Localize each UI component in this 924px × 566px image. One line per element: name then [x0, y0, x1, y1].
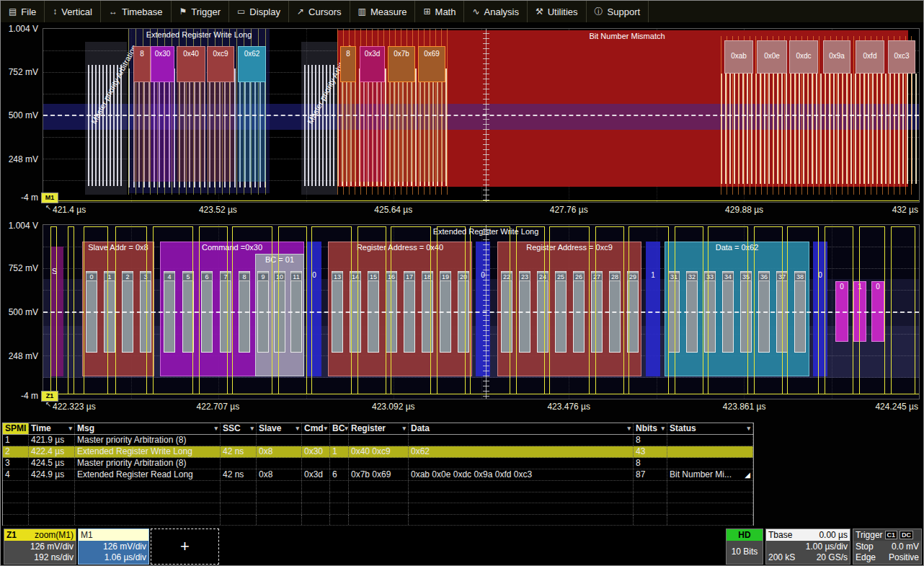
- time-axis-label: 432 µs: [869, 205, 918, 215]
- column-header-bc[interactable]: BC▾: [330, 423, 349, 434]
- main-waveform-grid[interactable]: Master priority ArbitrationMaster priori…: [43, 28, 920, 203]
- menu-item-label: Vertical: [61, 6, 92, 17]
- file-icon: ▤: [9, 6, 17, 17]
- m1-descriptor-box[interactable]: M1 126 mV/div 1.06 µs/div: [78, 529, 149, 565]
- cell-empty: [75, 481, 221, 492]
- time-axis-label: 424.245 µs: [869, 402, 918, 412]
- oscilloscope-ui: ▤File↕Vertical↔Timebase⚑Trigger▭Display↗…: [0, 0, 924, 566]
- cell-cmd: 0x30: [302, 446, 330, 457]
- column-header-register[interactable]: Register▾: [349, 423, 409, 434]
- column-header-data[interactable]: Data▾: [409, 423, 634, 434]
- menu-item-support[interactable]: ⓘSupport: [587, 1, 649, 22]
- z1-trace-baseline: [43, 394, 919, 394]
- trigger-box[interactable]: Trigger C1 DC Stop 0.0 mV Edge Positive: [853, 529, 922, 565]
- column-header-ssc[interactable]: SSC▾: [221, 423, 257, 434]
- table-row[interactable]: 2422.4 µsExtended Register Write Long42 …: [3, 446, 753, 458]
- menu-item-cursors[interactable]: ↗Cursors: [289, 1, 350, 22]
- cell-empty: [330, 515, 349, 526]
- z1-clock-pulse: [357, 226, 386, 394]
- time-axis-label: 423.52 µs: [182, 205, 254, 215]
- z1-clock-pulse: [84, 226, 108, 394]
- response-field-value: 0xfd: [856, 40, 884, 74]
- menu-bar: ▤File↕Vertical↔Timebase⚑Trigger▭Display↗…: [1, 1, 923, 23]
- sort-icon[interactable]: ▾: [324, 423, 327, 434]
- cell-msg: Extended Register Write Long: [75, 446, 221, 457]
- sort-icon[interactable]: ▾: [214, 423, 218, 434]
- decode-field-value: 8: [340, 46, 356, 82]
- frame1-title: Extended Register Write Long: [128, 30, 270, 40]
- sort-icon[interactable]: ▾: [296, 423, 299, 434]
- sort-icon[interactable]: ▾: [345, 423, 348, 434]
- cell-empty: [634, 481, 667, 492]
- sort-icon[interactable]: ▾: [661, 423, 665, 434]
- sort-icon[interactable]: ▾: [747, 423, 750, 434]
- zoom-waveform-grid[interactable]: SSlave Addr = 0x80123Command =0x3045678B…: [43, 224, 920, 399]
- trigger-level: 0.0 mV: [892, 541, 919, 552]
- table-row[interactable]: 4424.9 µsExtended Register Read Long42 n…: [3, 469, 753, 481]
- hd-mode-box[interactable]: HD 10 Bits: [726, 529, 763, 565]
- cell-nbits: 8: [634, 458, 667, 469]
- z1-clock-pulse: [115, 226, 147, 394]
- add-trace-button[interactable]: +: [151, 529, 219, 565]
- cell-empty: [221, 481, 257, 492]
- z1-clock-pulse: [787, 226, 819, 394]
- sort-icon[interactable]: ▾: [627, 423, 631, 434]
- m1-trace-baseline: [43, 200, 919, 201]
- column-header-slave[interactable]: Slave▾: [257, 423, 302, 434]
- cell-ssc: [221, 435, 257, 446]
- trigger-label: Trigger: [856, 529, 883, 541]
- tbase-label: Tbase: [768, 529, 792, 541]
- column-header-status[interactable]: Status▾: [667, 423, 753, 434]
- z1-clock-pulse: [391, 226, 431, 394]
- column-header-label: Msg: [77, 423, 94, 434]
- z1-clock-pulse: [516, 226, 545, 394]
- z1-vertical-scale: 126 mV/div: [6, 541, 74, 552]
- menu-item-utilities[interactable]: ⚒Utilities: [528, 1, 587, 22]
- table-corner-spmi[interactable]: SPMI: [3, 423, 29, 434]
- sort-icon[interactable]: ▾: [402, 423, 406, 434]
- plus-icon: +: [180, 537, 190, 556]
- cell-empty: [667, 503, 753, 514]
- cell-empty: [302, 515, 330, 526]
- response-field-value: 0xc3: [888, 40, 915, 74]
- details-triangle-icon[interactable]: ◢: [745, 469, 750, 480]
- z1-descriptor-box[interactable]: Z1 zoom(M1) 126 mV/div 192 ns/div: [4, 529, 76, 565]
- cell-status: [667, 435, 753, 446]
- menu-item-file[interactable]: ▤File: [1, 1, 45, 22]
- column-header-nbits[interactable]: Nbits▾: [634, 423, 667, 434]
- decode-field-column: [207, 82, 234, 182]
- menu-item-label: Timebase: [122, 6, 163, 17]
- time-axis-label: 425.64 µs: [357, 205, 430, 215]
- decode-field-column: [133, 82, 151, 182]
- table-row[interactable]: 1421.9 µsMaster priority Arbitration (8)…: [3, 435, 753, 446]
- menu-item-analysis[interactable]: ∿Analysis: [464, 1, 527, 22]
- y-axis-label: 1.004 V: [2, 221, 38, 231]
- column-header-cmd[interactable]: Cmd▾: [302, 423, 330, 434]
- cell-empty: [667, 515, 753, 526]
- trigger-position-line: [486, 225, 487, 399]
- sort-icon[interactable]: ▾: [68, 423, 72, 434]
- menu-item-measure[interactable]: ▥Measure: [350, 1, 416, 22]
- response-field-value: 0xdc: [789, 40, 818, 74]
- timebase-box[interactable]: Tbase 0.00 µs 1.00 µs/div 200 kS 20 GS/s: [765, 529, 850, 565]
- status-wrap: Bit Number Mi...◢: [670, 469, 750, 480]
- z1-clock-pulse: [549, 226, 590, 394]
- column-header-time[interactable]: Time▾: [29, 423, 75, 434]
- column-header-msg[interactable]: Msg▾: [75, 423, 221, 434]
- cell-time: 424.9 µs: [29, 469, 75, 480]
- row-index-empty: [3, 515, 29, 526]
- row-index: 4: [3, 469, 29, 480]
- sort-icon[interactable]: ▾: [250, 423, 254, 434]
- menu-item-display[interactable]: ▭Display: [229, 1, 289, 22]
- trigger-source-badge: C1: [885, 531, 898, 539]
- table-row[interactable]: 3424.5 µsMaster priority Arbitration (8)…: [3, 458, 753, 469]
- cell-slave: [257, 435, 302, 446]
- menu-item-trigger[interactable]: ⚑Trigger: [172, 1, 229, 22]
- z1-clock-pulse: [595, 226, 624, 394]
- time-axis-label: 423.092 µs: [357, 402, 430, 412]
- time-axis-label: 423.476 µs: [533, 402, 605, 412]
- z1-clock-pulse: [859, 226, 885, 394]
- menu-item-math[interactable]: ⊞Math: [415, 1, 464, 22]
- menu-item-timebase[interactable]: ↔Timebase: [101, 1, 172, 22]
- menu-item-vertical[interactable]: ↕Vertical: [45, 1, 101, 22]
